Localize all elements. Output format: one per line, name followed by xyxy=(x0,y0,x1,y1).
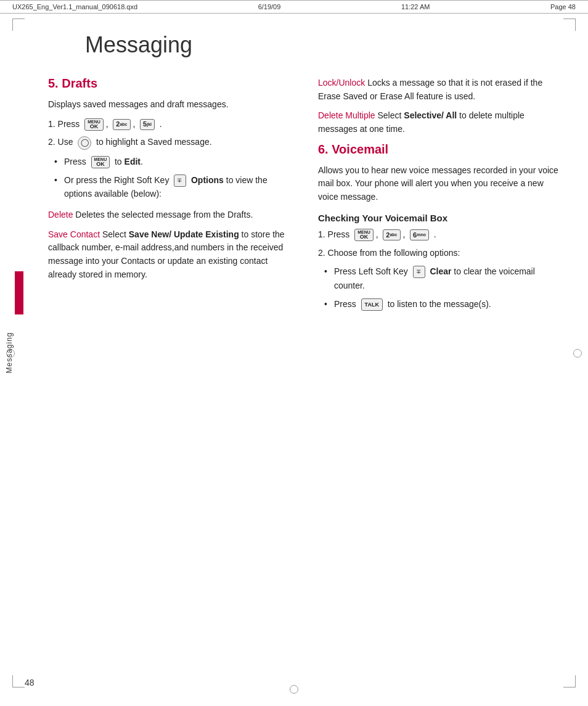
vm-bullet-clear: Press Left Soft Key ∓ Clear to clear the… xyxy=(324,265,563,292)
side-tab: Messaging xyxy=(0,14,23,692)
vm-key-6mno: 6mno xyxy=(410,229,429,240)
section-6-heading: 6. Voicemail xyxy=(318,142,563,157)
right-column: Lock/Unlock Locks a message so that it i… xyxy=(318,76,563,318)
checking-voicemail-heading: Checking Your Voicemail Box xyxy=(318,213,563,223)
key-2abc: 2abc xyxy=(113,119,130,130)
section-5-intro: Displays saved messages and draft messag… xyxy=(48,98,293,112)
right-soft-key: ∓ xyxy=(174,174,186,187)
vm-step-1: 1. Press MENU OK , 2abc , 6mno xyxy=(318,228,563,242)
section-5-heading: 5. Drafts xyxy=(48,76,293,91)
page-title: Messaging xyxy=(85,32,563,58)
bottom-circle-mark xyxy=(290,685,298,694)
two-column-layout: 5. Drafts Displays saved messages and dr… xyxy=(48,76,563,318)
step-2-bullets: Press MENU OK to Edit. Or press the Righ… xyxy=(48,155,293,201)
right-circle-mark xyxy=(573,349,582,358)
side-tab-label: Messaging xyxy=(5,332,14,373)
nav-key: ◯ xyxy=(78,136,91,150)
bullet-options: Or press the Right Soft Key ∓ Options to… xyxy=(54,173,293,201)
delete-multiple-section: Delete Multiple Select Selective/ All to… xyxy=(318,109,563,136)
header-date: 6/19/09 xyxy=(258,3,281,10)
corner-mark-br xyxy=(563,675,576,688)
vm-bullet-talk: Press TALK to listen to the message(s). xyxy=(324,297,563,311)
main-content: Messaging 5. Drafts Displays saved messa… xyxy=(23,14,588,692)
step-1: 1. Press MENU OK , 2abc , 5jkl xyxy=(48,118,293,131)
save-contact-section: Save Contact Select Save New/ Update Exi… xyxy=(48,228,293,282)
side-tab-bar xyxy=(15,271,23,314)
menu-ok-key-2: MENU OK xyxy=(91,156,110,168)
header-file: UX265_Eng_Ver1.1_manual_090618.qxd xyxy=(12,3,137,10)
header-page: Page 48 xyxy=(550,3,576,10)
page-number: 48 xyxy=(25,678,35,688)
talk-key: TALK xyxy=(361,298,383,311)
voicemail-intro: Allows you to hear new voice messages re… xyxy=(318,164,563,204)
vm-key-2abc: 2abc xyxy=(383,229,400,240)
vm-step-2: 2. Choose from the following options: xyxy=(318,247,563,260)
vm-bullets: Press Left Soft Key ∓ Clear to clear the… xyxy=(318,265,563,311)
left-column: 5. Drafts Displays saved messages and dr… xyxy=(48,76,293,318)
step-2: 2. Use ◯ to highlight a Saved message. xyxy=(48,136,293,149)
menu-ok-key-1: MENU OK xyxy=(84,118,104,131)
header-bar: UX265_Eng_Ver1.1_manual_090618.qxd 6/19/… xyxy=(0,0,588,14)
corner-mark-tr xyxy=(563,18,576,31)
delete-section: Delete Deletes the selected message from… xyxy=(48,208,293,222)
vm-menu-ok-key: MENU OK xyxy=(354,229,374,241)
left-soft-key: ∓ xyxy=(413,266,425,278)
key-5jkl: 5jkl xyxy=(140,119,155,130)
bullet-edit: Press MENU OK to Edit. xyxy=(54,155,293,168)
header-time: 11:22 AM xyxy=(401,3,430,10)
lock-unlock-section: Lock/Unlock Locks a message so that it i… xyxy=(318,76,563,103)
